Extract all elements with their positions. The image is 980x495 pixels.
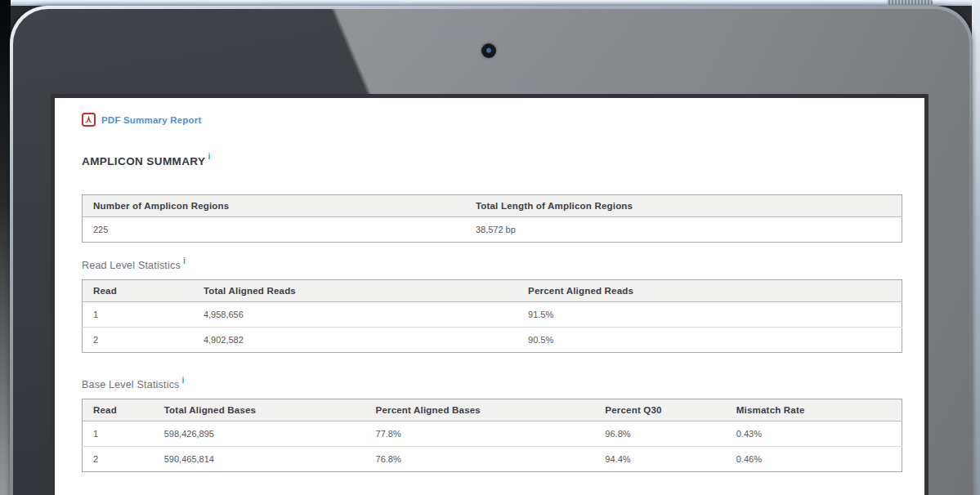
table-header-row: Read Total Aligned Reads Percent Aligned…	[83, 279, 902, 301]
table-cell: 0.46%	[726, 446, 902, 471]
table-cell: 0.43%	[726, 421, 902, 446]
report-page: PDF Summary Report AMPLICON SUMMARYi Num…	[55, 98, 924, 495]
base-level-table: Read Total Aligned Bases Percent Aligned…	[82, 399, 902, 472]
section-label-text: Base Level Statistics	[82, 379, 180, 390]
column-header-total-aligned-bases: Total Aligned Bases	[154, 399, 365, 421]
table-row: 2 4,902,582 90.5%	[83, 327, 902, 352]
table-row: 225 38,572 bp	[83, 216, 902, 242]
pdf-icon	[82, 113, 96, 127]
table-row: 1 4,958,656 91.5%	[83, 301, 902, 327]
column-header-number-of-amplicon-regions: Number of Amplicon Regions	[83, 194, 465, 216]
table-cell: 77.8%	[365, 421, 595, 446]
section-label-base-level: Base Level Statisticsi	[82, 377, 902, 390]
column-header-total-length-of-amplicon-regions: Total Length of Amplicon Regions	[465, 194, 902, 216]
column-header-percent-aligned-reads: Percent Aligned Reads	[517, 279, 902, 301]
read-level-table: Read Total Aligned Reads Percent Aligned…	[82, 279, 902, 353]
table-cell: 4,958,656	[193, 301, 517, 327]
page-title-text: AMPLICON SUMMARY	[82, 155, 205, 167]
table-cell: 91.5%	[517, 301, 902, 327]
table-row: 2 590,465,814 76.8% 94.4% 0.46%	[83, 446, 902, 471]
column-header-mismatch-rate: Mismatch Rate	[726, 399, 902, 421]
amplicon-summary-table: Number of Amplicon Regions Total Length …	[82, 194, 902, 243]
background-top-highlight	[0, 0, 980, 6]
tablet-screen: PDF Summary Report AMPLICON SUMMARYi Num…	[51, 94, 929, 495]
table-cell: 225	[83, 216, 465, 242]
tablet-frame: PDF Summary Report AMPLICON SUMMARYi Num…	[10, 6, 973, 495]
table-cell: 96.8%	[594, 421, 725, 446]
table-cell: 598,426,895	[154, 421, 365, 446]
table-cell: 590,465,814	[154, 446, 365, 471]
table-cell: 1	[83, 421, 154, 446]
read-level-info-icon[interactable]: i	[183, 256, 186, 265]
section-label-read-level: Read Level Statisticsi	[82, 257, 902, 271]
table-cell: 94.4%	[594, 446, 725, 471]
tablet-bezel: PDF Summary Report AMPLICON SUMMARYi Num…	[13, 9, 969, 495]
section-label-text: Read Level Statistics	[82, 260, 181, 271]
pdf-link-label: PDF Summary Report	[101, 115, 201, 125]
table-header-row: Number of Amplicon Regions Total Length …	[83, 194, 902, 216]
table-cell: 76.8%	[365, 446, 595, 471]
column-header-read: Read	[83, 279, 193, 301]
page-title: AMPLICON SUMMARYi	[82, 153, 902, 167]
column-header-percent-aligned-bases: Percent Aligned Bases	[365, 399, 595, 421]
column-header-total-aligned-reads: Total Aligned Reads	[193, 279, 517, 301]
table-cell: 4,902,582	[193, 327, 517, 352]
table-cell: 38,572 bp	[465, 216, 902, 242]
table-cell: 90.5%	[517, 327, 902, 352]
amplicon-summary-info-icon[interactable]: i	[208, 152, 210, 161]
table-cell: 2	[83, 446, 154, 471]
table-cell: 1	[83, 301, 193, 327]
column-header-percent-q30: Percent Q30	[594, 399, 725, 421]
pdf-summary-report-link[interactable]: PDF Summary Report	[82, 113, 201, 127]
background-right-edge	[972, 0, 980, 495]
table-cell: 2	[83, 327, 193, 352]
base-level-info-icon[interactable]: i	[182, 376, 185, 385]
table-header-row: Read Total Aligned Bases Percent Aligned…	[83, 399, 902, 421]
tablet-top-button	[887, 0, 933, 5]
tablet-camera	[481, 43, 496, 58]
column-header-read: Read	[83, 399, 154, 421]
table-row: 1 598,426,895 77.8% 96.8% 0.43%	[83, 421, 902, 446]
